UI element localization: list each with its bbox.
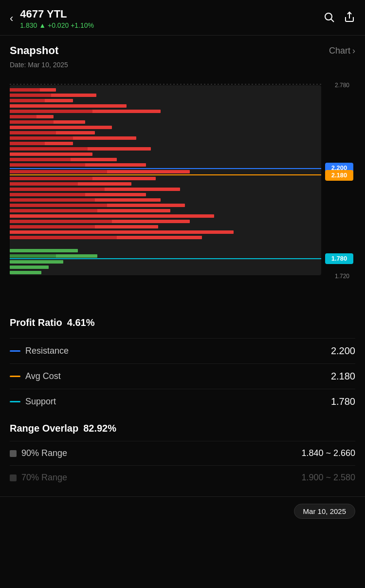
range-90-value: 1.840 ~ 2.660 bbox=[301, 448, 355, 458]
profit-ratio-row: Profit Ratio 4.61% bbox=[10, 317, 355, 328]
profit-ratio-label: Profit Ratio bbox=[10, 317, 62, 328]
stock-info: 4677 YTL 1.830 ▲ +0.020 +1.10% bbox=[20, 8, 94, 29]
price-top: 2.780 bbox=[335, 82, 349, 89]
svg-rect-30 bbox=[10, 158, 71, 161]
back-button[interactable]: ‹ bbox=[10, 12, 13, 25]
svg-rect-21 bbox=[10, 131, 56, 134]
range-overlap-value: 82.92% bbox=[83, 423, 116, 434]
svg-rect-14 bbox=[10, 110, 92, 113]
header-icons bbox=[323, 11, 355, 26]
range-section: Range Overlap 82.92% 90% Range 1.840 ~ 2… bbox=[0, 414, 365, 490]
section-header: Snapshot Chart › bbox=[0, 36, 365, 59]
chart-area: 2.780 bbox=[10, 74, 355, 304]
chart-container: 2.780 bbox=[0, 74, 365, 304]
svg-rect-25 bbox=[10, 142, 45, 145]
svg-rect-56 bbox=[10, 225, 95, 228]
svg-rect-61 bbox=[10, 249, 78, 252]
svg-rect-23 bbox=[10, 136, 73, 140]
up-arrow: ▲ bbox=[39, 21, 48, 29]
svg-rect-42 bbox=[10, 188, 105, 191]
share-icon[interactable] bbox=[344, 11, 355, 26]
svg-rect-48 bbox=[10, 204, 107, 207]
resistance-row: Resistance 2.200 bbox=[10, 338, 355, 363]
svg-rect-67 bbox=[10, 271, 41, 274]
range-90-icon bbox=[10, 450, 17, 457]
support-value: 1.780 bbox=[331, 396, 355, 407]
svg-rect-18 bbox=[10, 120, 54, 124]
bottom-bar: Mar 10, 2025 bbox=[0, 496, 365, 526]
svg-rect-27 bbox=[10, 147, 88, 151]
svg-rect-54 bbox=[10, 220, 112, 223]
price-change-pct: +1.10% bbox=[71, 21, 94, 29]
avg-cost-row: Avg Cost 2.180 bbox=[10, 363, 355, 389]
svg-rect-52 bbox=[10, 214, 214, 218]
svg-rect-16 bbox=[10, 115, 36, 118]
range-70-label: 70% Range bbox=[21, 473, 67, 483]
svg-line-1 bbox=[331, 19, 334, 22]
svg-rect-60 bbox=[10, 236, 117, 239]
range-90-label: 90% Range bbox=[21, 448, 67, 458]
avg-cost-label-group: Avg Cost bbox=[10, 371, 61, 381]
range-90-row: 90% Range 1.840 ~ 2.660 bbox=[10, 441, 355, 465]
svg-rect-8 bbox=[10, 94, 51, 97]
chart-link[interactable]: Chart › bbox=[329, 46, 355, 56]
svg-text:1.720: 1.720 bbox=[335, 273, 349, 280]
range-90-label-group: 90% Range bbox=[10, 448, 67, 458]
svg-rect-44 bbox=[10, 193, 85, 196]
range-overlap-label: Range Overlap bbox=[10, 423, 78, 434]
svg-rect-36 bbox=[10, 170, 107, 173]
chevron-right-icon: › bbox=[352, 46, 355, 56]
support-label-group: Support bbox=[10, 397, 56, 407]
date-label: Date: Mar 10, 2025 bbox=[0, 59, 365, 74]
svg-rect-32 bbox=[10, 163, 85, 167]
svg-rect-40 bbox=[10, 182, 78, 186]
svg-rect-66 bbox=[10, 266, 49, 269]
svg-rect-38 bbox=[10, 177, 92, 180]
svg-text:1.780: 1.780 bbox=[331, 255, 347, 262]
search-icon[interactable] bbox=[323, 11, 335, 26]
svg-text:2.180: 2.180 bbox=[331, 171, 347, 179]
avg-cost-line-icon bbox=[10, 376, 20, 377]
stock-price-change: 1.830 ▲ +0.020 +1.10% bbox=[20, 21, 94, 29]
chart-svg: 2.780 bbox=[10, 74, 355, 303]
profit-ratio-value: 4.61% bbox=[67, 317, 95, 328]
svg-rect-65 bbox=[10, 260, 63, 264]
range-70-value: 1.900 ~ 2.580 bbox=[301, 473, 355, 483]
range-overlap-row: Range Overlap 82.92% bbox=[10, 423, 355, 434]
resistance-label-group: Resistance bbox=[10, 346, 69, 356]
range-70-icon bbox=[10, 474, 17, 481]
svg-rect-6 bbox=[10, 88, 40, 92]
support-row: Support 1.780 bbox=[10, 389, 355, 414]
svg-rect-50 bbox=[10, 209, 97, 212]
header-left: ‹ 4677 YTL 1.830 ▲ +0.020 +1.10% bbox=[10, 8, 94, 29]
avg-cost-value: 2.180 bbox=[331, 371, 355, 382]
support-label: Support bbox=[25, 397, 56, 407]
price-change: +0.020 bbox=[48, 21, 69, 29]
resistance-line-icon bbox=[10, 350, 20, 352]
snapshot-title: Snapshot bbox=[10, 44, 58, 57]
resistance-value: 2.200 bbox=[331, 345, 355, 357]
svg-rect-46 bbox=[10, 198, 95, 202]
svg-rect-10 bbox=[10, 99, 45, 102]
stock-symbol: 4677 YTL bbox=[20, 8, 94, 20]
svg-point-0 bbox=[325, 13, 332, 20]
svg-rect-12 bbox=[10, 104, 127, 108]
stats-section: Profit Ratio 4.61% Resistance 2.200 Avg … bbox=[0, 308, 365, 414]
svg-rect-63 bbox=[10, 254, 56, 258]
date-pill[interactable]: Mar 10, 2025 bbox=[294, 504, 355, 519]
svg-rect-58 bbox=[10, 230, 234, 234]
avg-cost-label: Avg Cost bbox=[25, 371, 61, 381]
range-70-label-group: 70% Range bbox=[10, 473, 67, 483]
header: ‹ 4677 YTL 1.830 ▲ +0.020 +1.10% bbox=[0, 0, 365, 36]
support-line-icon bbox=[10, 401, 20, 402]
svg-rect-19 bbox=[10, 126, 112, 129]
chart-link-label: Chart bbox=[329, 46, 350, 56]
svg-rect-28 bbox=[10, 152, 92, 156]
current-price: 1.830 bbox=[20, 21, 37, 29]
range-70-row: 70% Range 1.900 ~ 2.580 bbox=[10, 465, 355, 490]
resistance-label: Resistance bbox=[25, 346, 69, 356]
